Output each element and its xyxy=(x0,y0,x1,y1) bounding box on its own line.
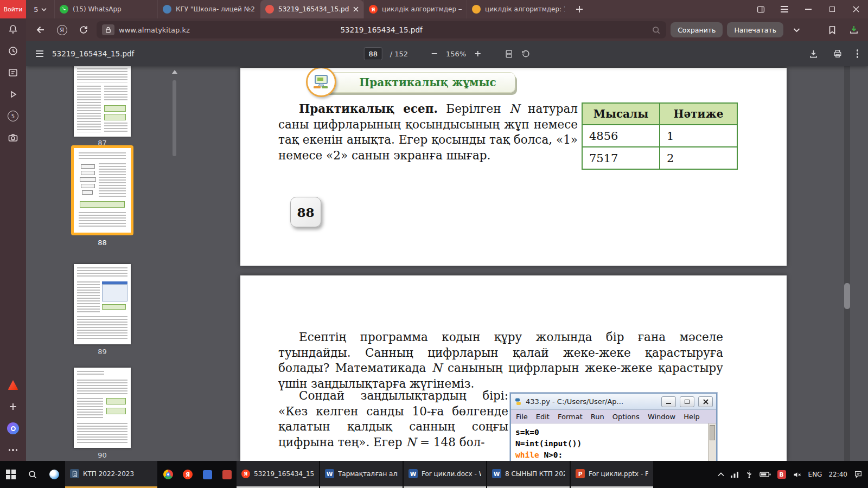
pdf-filename: 53219_165434_15.pdf xyxy=(52,49,134,58)
page-total: / 152 xyxy=(390,50,408,58)
hidden-icons-chevron[interactable] xyxy=(718,472,724,477)
maximize-button[interactable] xyxy=(820,0,844,18)
thumbnail-scrollbar[interactable] xyxy=(173,80,176,156)
example-table: Мысалы Нәтиже 4856 1 7517 2 xyxy=(582,102,738,170)
idle-menu-item: Options xyxy=(612,413,640,421)
more-options-icon[interactable] xyxy=(857,48,859,60)
body-paragraph: Сондай заңдылықтардың бірі: «Кез келген … xyxy=(278,388,508,450)
add-panel-button[interactable] xyxy=(0,396,26,418)
taskbar-search-icon[interactable] xyxy=(22,461,43,488)
whatsapp-icon xyxy=(60,5,68,14)
search-icon[interactable] xyxy=(652,25,661,35)
notification-center-icon[interactable] xyxy=(854,470,863,479)
tab-pdf-active[interactable]: 53219_165434_15.pdf xyxy=(260,0,363,18)
tab-strip: 5 (15) WhatsApp КГУ "Школа- лицей №2 и 5… xyxy=(26,0,868,18)
taskbar-window-label: 53219_165434_15.pdf ... xyxy=(254,470,314,478)
alice-icon[interactable] xyxy=(0,418,26,439)
volume-muted-icon[interactable] xyxy=(793,471,802,479)
downloads-icon[interactable] xyxy=(845,22,863,38)
address-bar[interactable]: www.almatykitap.kz 53219_165434_15.pdf xyxy=(97,21,666,38)
new-tab-button[interactable] xyxy=(570,0,589,18)
browser-icon[interactable] xyxy=(43,461,65,488)
code-line: while N>0: xyxy=(515,450,704,461)
yandex-logo-icon[interactable] xyxy=(0,374,26,396)
taskbar-window-word-1[interactable]: W Тармақталған алгор... xyxy=(320,461,403,488)
tab-label: (15) WhatsApp xyxy=(73,5,152,13)
pinned-yandex-icon[interactable]: Я xyxy=(178,461,197,488)
taskbar-window-powerpoint[interactable]: P For цикли.pptx - Pow... xyxy=(571,461,653,488)
taskbar-window-word-2[interactable]: W For цикли.docx - Word xyxy=(404,461,486,488)
paragraph-lead: Практикалық есеп. xyxy=(299,102,438,115)
taskbar-window-label: Тармақталған алгор... xyxy=(338,470,398,478)
fit-page-icon[interactable] xyxy=(504,49,513,59)
pdf-scrollbar-track[interactable] xyxy=(844,66,850,461)
network-icon[interactable] xyxy=(731,471,739,478)
tab-counter[interactable]: 5 xyxy=(26,0,54,18)
clock[interactable]: 22:40 xyxy=(828,471,847,478)
side-panels-icon[interactable] xyxy=(749,0,773,18)
pdf-sidebar-toggle-icon[interactable] xyxy=(36,50,43,56)
login-button[interactable]: Войти xyxy=(0,0,26,18)
page-number-input[interactable]: 88 xyxy=(364,47,382,60)
b-tray-icon[interactable]: B xyxy=(777,470,786,479)
tab-label: КГУ "Школа- лицей №2 и xyxy=(176,5,256,13)
pdf-download-icon[interactable] xyxy=(808,49,819,59)
rotate-icon[interactable] xyxy=(521,49,530,59)
tabs-count-badge[interactable]: 5 xyxy=(0,105,26,127)
back-button[interactable] xyxy=(31,22,49,38)
browser-menu-icon[interactable] xyxy=(773,0,796,18)
idle-titlebar: 433.py - C:/Users/User/Ap... xyxy=(511,394,716,410)
page-thumbnail-89[interactable] xyxy=(74,264,131,344)
tab-school-site[interactable]: КГУ "Школа- лицей №2 и xyxy=(157,0,260,18)
variable-n: N xyxy=(406,435,416,449)
page-thumbnail-88-active[interactable] xyxy=(71,145,133,235)
taskbar-window-word-3[interactable]: W 8 СЫНЫП КТП 2022-... xyxy=(487,461,570,488)
language-indicator[interactable]: ENG xyxy=(808,471,822,478)
usb-icon[interactable] xyxy=(745,471,753,479)
feed-icon[interactable] xyxy=(0,62,26,84)
chevron-down-icon[interactable] xyxy=(788,22,805,38)
video-icon[interactable] xyxy=(0,84,26,105)
taskbar-window-ktp[interactable]: КТП 2022-2023 xyxy=(65,461,157,488)
tab-whatsapp[interactable]: (15) WhatsApp xyxy=(54,0,157,18)
print-button[interactable]: Напечатать xyxy=(727,22,783,37)
page-thumbnail-87[interactable] xyxy=(74,66,131,137)
taskbar-window-label: 8 СЫНЫП КТП 2022-... xyxy=(505,470,565,478)
browser-toolbar: Я www.almatykitap.kz 53219_165434_15.pdf… xyxy=(26,18,868,41)
battery-icon[interactable] xyxy=(760,471,771,478)
tab-yandex-results[interactable]: циклдік алгоритмдер: 1 ты xyxy=(467,0,570,18)
window-controls xyxy=(749,0,868,18)
results-favicon xyxy=(472,5,481,14)
pdf-page-content-2: Есептің программа кодын құру жолында бір… xyxy=(240,275,787,461)
pdf-scrollbar-thumb[interactable] xyxy=(844,283,850,309)
yandex-services-button[interactable]: Я xyxy=(53,22,71,38)
thumbnail-scroll-up-icon[interactable] xyxy=(171,69,178,74)
start-button[interactable] xyxy=(0,461,22,488)
more-icon[interactable] xyxy=(0,439,26,461)
powerpoint-icon: P xyxy=(576,469,585,478)
idle-menubar: File Edit Format Run Options Window Help xyxy=(511,410,716,423)
practice-work-label: Практикалық жұмыс xyxy=(359,76,496,89)
zoom-in-button[interactable] xyxy=(474,50,481,57)
zoom-out-button[interactable] xyxy=(431,50,438,57)
minimize-button[interactable] xyxy=(796,0,820,18)
notifications-bell-icon[interactable] xyxy=(0,18,26,40)
pinned-chrome-icon[interactable] xyxy=(158,461,178,488)
pinned-blue-app-icon[interactable] xyxy=(197,461,217,488)
save-button[interactable]: Сохранить xyxy=(671,22,723,37)
tab-counter-value: 5 xyxy=(34,5,38,14)
book-page-number: 88 xyxy=(290,197,321,227)
refresh-button[interactable] xyxy=(75,22,92,38)
history-icon[interactable] xyxy=(0,40,26,62)
taskbar-window-pdf[interactable]: Я 53219_165434_15.pdf ... xyxy=(237,461,319,488)
code-line: s=k=0 xyxy=(515,427,704,438)
close-window-button[interactable] xyxy=(844,0,868,18)
tab-yandex-search[interactable]: Я циклдік алгоритмдер — Я xyxy=(363,0,467,18)
close-tab-icon[interactable] xyxy=(353,7,359,12)
page-thumbnail-90[interactable] xyxy=(74,368,131,448)
pinned-red-app-icon[interactable] xyxy=(217,461,237,488)
collections-icon[interactable] xyxy=(824,22,841,38)
pdf-print-icon[interactable] xyxy=(833,49,843,59)
taskbar-window-label: For цикли.docx - Word xyxy=(422,470,481,478)
screenshot-camera-icon[interactable] xyxy=(0,127,26,149)
